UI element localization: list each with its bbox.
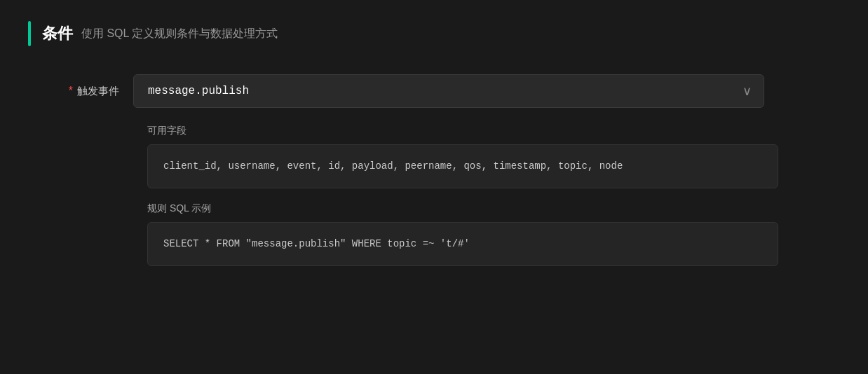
section-header: 条件 使用 SQL 定义规则条件与数据处理方式 bbox=[28, 21, 840, 46]
trigger-select-field[interactable]: message.publish bbox=[133, 74, 764, 108]
available-fields-code-block: client_id, username, event, id, payload,… bbox=[147, 144, 778, 188]
section-bar-accent bbox=[28, 21, 31, 46]
sql-example-content: SELECT * FROM "message.publish" WHERE to… bbox=[163, 238, 470, 249]
trigger-event-row: * 触发事件 message.publish ∨ bbox=[42, 74, 840, 108]
trigger-label-text: 触发事件 bbox=[77, 85, 119, 98]
trigger-select-wrapper[interactable]: message.publish ∨ bbox=[133, 74, 764, 108]
available-fields-label: 可用字段 bbox=[147, 125, 840, 137]
form-area: * 触发事件 message.publish ∨ 可用字段 client_id,… bbox=[28, 74, 840, 266]
trigger-event-label: * 触发事件 bbox=[42, 85, 133, 98]
available-fields-section: 可用字段 client_id, username, event, id, pay… bbox=[42, 125, 840, 188]
page-container: 条件 使用 SQL 定义规则条件与数据处理方式 * 触发事件 message.p… bbox=[28, 21, 840, 280]
required-star: * bbox=[69, 85, 73, 97]
available-fields-content: client_id, username, event, id, payload,… bbox=[163, 160, 623, 172]
section-title: 条件 bbox=[42, 23, 73, 44]
sql-example-section: 规则 SQL 示例 SELECT * FROM "message.publish… bbox=[42, 202, 840, 266]
section-subtitle: 使用 SQL 定义规则条件与数据处理方式 bbox=[81, 27, 278, 41]
sql-example-code-block: SELECT * FROM "message.publish" WHERE to… bbox=[147, 222, 778, 266]
trigger-event-content: message.publish ∨ bbox=[133, 74, 764, 108]
sql-example-label: 规则 SQL 示例 bbox=[147, 202, 840, 215]
